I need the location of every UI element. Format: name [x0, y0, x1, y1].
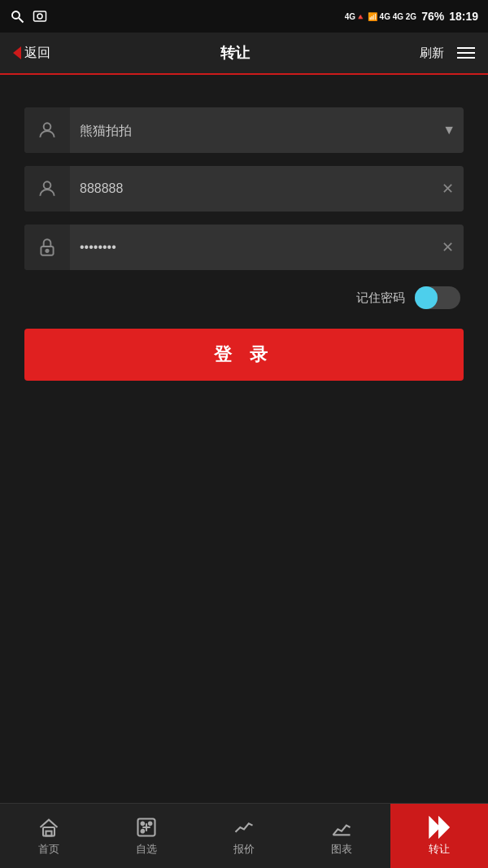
nav-right-actions: 刷新 [420, 46, 475, 61]
lock-icon [24, 225, 70, 270]
username-row: ✕ [24, 166, 464, 212]
main-content: 熊猫拍拍 其他账户 ▼ ✕ ✕ [0, 75, 488, 397]
svg-point-0 [12, 11, 20, 19]
username-input[interactable] [80, 181, 421, 196]
back-button[interactable]: 返回 [13, 45, 50, 62]
nav-item-quote[interactable]: 报价 [195, 804, 293, 868]
nav-item-home[interactable]: 首页 [0, 804, 98, 868]
nav-item-watchlist[interactable]: 自选 [98, 804, 195, 868]
remember-label: 记住密码 [356, 290, 405, 306]
nav-label-home: 首页 [38, 842, 59, 857]
back-arrow-icon [13, 46, 21, 59]
account-selector-row: 熊猫拍拍 其他账户 ▼ [24, 107, 464, 153]
svg-point-7 [46, 250, 48, 252]
bottom-nav: 首页 自选 报价 图表 [0, 803, 488, 868]
network-indicators: 4G🔺 📶 4G 4G 2G [345, 12, 416, 21]
status-right: 4G🔺 📶 4G 4G 2G 76% 18:19 [345, 10, 478, 23]
svg-rect-2 [34, 11, 46, 21]
top-nav: 返回 转让 刷新 [0, 33, 488, 75]
nav-label-watchlist: 自选 [136, 842, 157, 857]
nav-label-transfer: 转让 [429, 842, 450, 857]
svg-marker-16 [429, 818, 439, 836]
account-select[interactable]: 熊猫拍拍 其他账户 [80, 124, 454, 137]
account-field-wrapper: 熊猫拍拍 其他账户 ▼ [70, 124, 464, 137]
username-clear-button[interactable]: ✕ [431, 166, 464, 212]
watchlist-icon [135, 816, 158, 839]
password-clear-button[interactable]: ✕ [431, 225, 464, 270]
remember-row: 记住密码 [24, 286, 464, 309]
status-left [10, 9, 47, 24]
login-button[interactable]: 登 录 [24, 329, 464, 381]
search-icon [10, 9, 24, 24]
svg-rect-9 [46, 831, 52, 835]
chart-icon [330, 816, 353, 839]
password-row: ✕ [24, 225, 464, 270]
time-text: 18:19 [449, 10, 478, 23]
svg-point-4 [44, 123, 51, 130]
svg-point-3 [37, 14, 42, 19]
quote-icon [233, 816, 255, 839]
svg-marker-15 [439, 818, 449, 836]
password-input[interactable] [80, 240, 421, 255]
password-field-wrapper[interactable] [70, 240, 431, 255]
refresh-button[interactable]: 刷新 [420, 46, 444, 61]
svg-point-5 [44, 181, 51, 189]
remember-toggle[interactable] [415, 286, 460, 309]
username-field-wrapper[interactable] [70, 181, 431, 196]
nav-label-chart: 图表 [331, 842, 352, 857]
page-title: 转让 [220, 43, 250, 63]
battery-text: 76% [421, 10, 444, 23]
status-bar: 4G🔺 📶 4G 4G 2G 76% 18:19 [0, 0, 488, 33]
nav-item-transfer[interactable]: 转让 [390, 804, 488, 868]
svg-line-1 [19, 18, 23, 22]
home-icon [37, 816, 60, 839]
photo-icon [33, 9, 47, 24]
svg-point-13 [142, 829, 145, 832]
user-icon [24, 166, 70, 212]
svg-point-11 [142, 822, 145, 825]
menu-icon[interactable] [457, 47, 475, 59]
nav-item-chart[interactable]: 图表 [293, 804, 390, 868]
transfer-icon [428, 816, 451, 839]
account-icon [24, 107, 70, 153]
toggle-active-part [415, 286, 438, 309]
svg-point-12 [149, 822, 152, 825]
nav-label-quote: 报价 [233, 842, 255, 857]
back-label: 返回 [24, 45, 50, 62]
